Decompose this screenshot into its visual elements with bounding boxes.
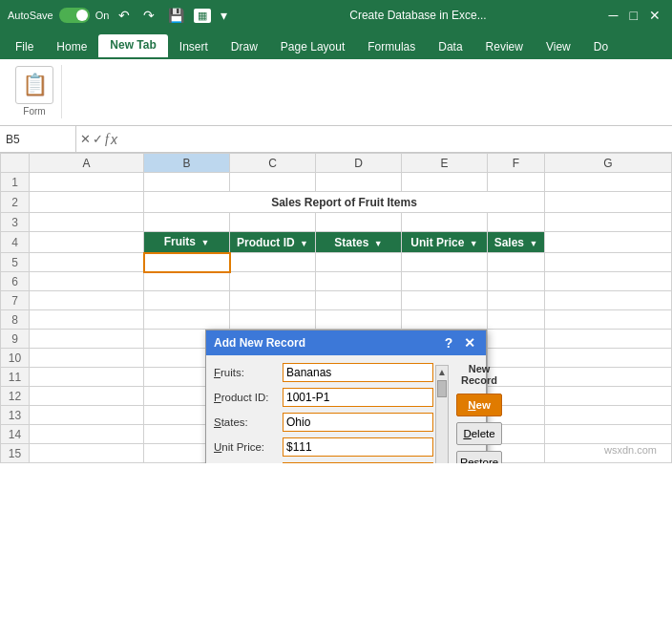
cell-f1[interactable] [488,173,545,192]
cell-e3[interactable] [402,213,488,232]
col-fruits-header[interactable]: Fruits ▼ [144,232,230,253]
tab-review[interactable]: Review [474,36,535,59]
cell-e1[interactable] [402,173,488,192]
autosave-toggle[interactable] [59,8,90,23]
undo-icon[interactable]: ↶ [115,6,134,25]
field-input-states[interactable] [283,413,433,432]
cell-b1[interactable] [144,173,230,192]
tab-view[interactable]: View [535,36,582,59]
dialog-close-button[interactable]: ✕ [461,334,478,351]
cell-b5[interactable] [144,253,230,272]
cell-reference[interactable] [0,126,76,152]
tab-draw[interactable]: Draw [220,36,269,59]
dialog-scrollbar[interactable]: ▲ ▼ [435,365,449,463]
cell-c3[interactable] [230,213,316,232]
autosave-label: AutoSave [8,10,53,21]
cell-f5[interactable] [488,253,545,272]
cell-d5[interactable] [316,253,402,272]
cell-d1[interactable] [316,173,402,192]
form-button[interactable]: 📋 [15,66,53,104]
table-row: 2 Sales Report of Fruit Items [1,192,672,213]
cell-a3[interactable] [30,213,144,232]
new-button[interactable]: New [456,394,502,416]
tab-file[interactable]: File [4,36,45,59]
minimize-icon[interactable]: ─ [605,6,622,25]
field-row-fruits: Fruits: [214,363,433,382]
col-header-f[interactable]: F [488,154,545,173]
col-header-a[interactable]: A [30,154,144,173]
table-row: 3 [1,213,672,232]
tab-data[interactable]: Data [427,36,473,59]
save-icon[interactable]: 💾 [164,6,188,25]
tab-do[interactable]: Do [582,36,620,59]
cell-g3[interactable] [545,213,672,232]
productid-dropdown-icon[interactable]: ▼ [300,239,308,248]
fruits-dropdown-icon[interactable]: ▼ [200,238,209,247]
cell-a5[interactable] [30,253,144,272]
field-input-fruits[interactable] [283,363,433,382]
cell-b3[interactable] [144,213,230,232]
unitprice-label: Unit Price [410,236,464,249]
col-header-c[interactable]: C [230,154,316,173]
scroll-up-arrow[interactable]: ▲ [436,366,448,378]
dialog-left-section: Fruits: Product ID: States: [214,363,449,463]
field-input-productid[interactable] [283,388,433,407]
spreadsheet-title: Sales Report of Fruit Items [144,192,545,213]
toggle-knob [76,10,88,21]
dialog-controls: ? ✕ [440,334,478,351]
field-input-sales[interactable] [283,462,433,463]
tab-home[interactable]: Home [45,36,98,59]
col-header-e[interactable]: E [402,154,488,173]
title-bar-left: AutoSave On ↶ ↷ 💾 ▦ ▾ [8,6,231,25]
cell-g5[interactable] [545,253,672,272]
table-row: 1 [1,173,672,192]
tab-newtab[interactable]: New Tab [98,34,167,59]
sales-label: Sales [494,236,524,249]
dialog-help-button[interactable]: ? [440,334,457,351]
confirm-formula-icon[interactable]: ✓ [93,132,103,146]
field-input-unitprice[interactable] [283,437,433,457]
unitprice-dropdown-icon[interactable]: ▼ [470,239,478,248]
formula-input[interactable] [121,133,672,146]
cell-g4[interactable] [545,232,672,253]
restore-button[interactable]: Restore [456,451,502,463]
field-row-unitprice: Unit Price: [214,437,433,457]
maximize-icon[interactable]: □ [626,6,641,25]
cell-a1[interactable] [30,173,144,192]
redo-icon[interactable]: ↷ [139,6,158,25]
cell-a4[interactable] [30,232,144,253]
col-unitprice-header[interactable]: Unit Price ▼ [402,232,488,253]
tab-formulas[interactable]: Formulas [356,36,427,59]
row-num-2: 2 [1,192,30,213]
table-row: 7 [1,291,672,310]
cell-c1[interactable] [230,173,316,192]
close-icon[interactable]: ✕ [645,6,664,25]
col-productid-header[interactable]: Product ID ▼ [230,232,316,253]
tab-pagelayout[interactable]: Page Layout [269,36,356,59]
col-header-g[interactable]: G [545,154,672,173]
sales-dropdown-icon[interactable]: ▼ [529,239,537,248]
field-row-productid: Product ID: [214,388,433,407]
scroll-thumb [437,380,447,397]
cell-g1[interactable] [545,173,672,192]
tab-insert[interactable]: Insert [168,36,220,59]
col-states-header[interactable]: States ▼ [316,232,402,253]
delete-button[interactable]: Delete [456,422,502,445]
insert-function-icon[interactable]: f [105,132,109,147]
cell-e5[interactable] [402,253,488,272]
formula-bar: ✕ ✓ f x [0,126,672,153]
form-ribbon-icon[interactable]: ▦ [194,9,211,23]
cell-d3[interactable] [316,213,402,232]
col-header-b[interactable]: B [144,154,230,173]
col-sales-header[interactable]: Sales ▼ [488,232,545,253]
new-record-label: New Record [456,363,502,386]
cancel-formula-icon[interactable]: ✕ [80,132,91,146]
cell-g2[interactable] [545,192,672,213]
col-header-d[interactable]: D [316,154,402,173]
cell-c5[interactable] [230,253,316,272]
more-icon[interactable]: ▾ [217,6,231,25]
row-num-1: 1 [1,173,30,192]
states-dropdown-icon[interactable]: ▼ [374,239,383,248]
cell-a2[interactable] [30,192,144,213]
cell-f3[interactable] [488,213,545,232]
